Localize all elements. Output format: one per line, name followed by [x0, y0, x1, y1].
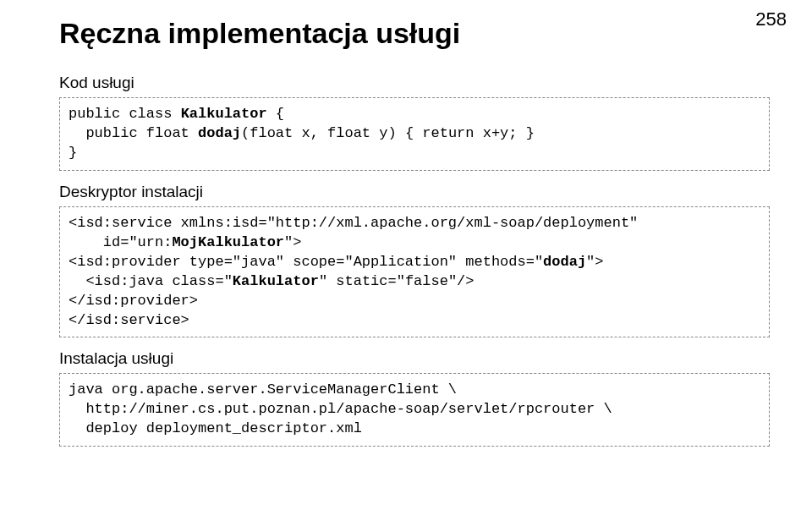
code-text: id="urn: — [69, 234, 172, 250]
code-text: "> — [586, 254, 603, 270]
code-text: " static="false"/> — [319, 273, 475, 289]
code-text: </isd:service> — [69, 312, 189, 328]
code-text: java org.apache.server.ServiceManagerCli… — [69, 381, 457, 398]
code-box-service: public class Kalkulator { public float d… — [59, 97, 770, 171]
code-text: <isd:service xmlns:isd="http://xml.apach… — [69, 215, 638, 231]
code-text: <isd:provider type="java" scope="Applica… — [69, 254, 543, 270]
code-text: (float x, float y) { return x+y; } — [241, 125, 535, 141]
code-text: "> — [284, 234, 301, 250]
code-text-bold: Kalkulator — [233, 273, 319, 289]
code-text: deploy deployment_descriptor.xml — [69, 420, 362, 436]
code-text: <isd:java class=" — [69, 273, 233, 289]
code-text: public float — [69, 125, 198, 141]
code-text-bold: Kalkulator — [181, 106, 267, 122]
page-title: Ręczna implementacja usługi — [59, 17, 770, 50]
page-number: 258 — [755, 8, 787, 30]
code-text: http://miner.cs.put.poznan.pl/apache-soa… — [69, 401, 612, 417]
code-text: { — [267, 106, 284, 122]
code-box-install: java org.apache.server.ServiceManagerCli… — [59, 373, 770, 447]
code-text: public class — [69, 106, 181, 122]
section-label-code: Kod usługi — [59, 74, 770, 92]
code-text-bold: dodaj — [543, 254, 586, 270]
section-label-install: Instalacja usługi — [59, 349, 770, 368]
code-text: </isd:provider> — [69, 293, 198, 309]
section-label-descriptor: Deskryptor instalacji — [59, 183, 770, 201]
code-text-bold: dodaj — [198, 125, 241, 141]
code-box-descriptor: <isd:service xmlns:isd="http://xml.apach… — [59, 206, 770, 338]
code-text: } — [69, 145, 77, 161]
code-text-bold: MojKalkulator — [172, 234, 284, 250]
